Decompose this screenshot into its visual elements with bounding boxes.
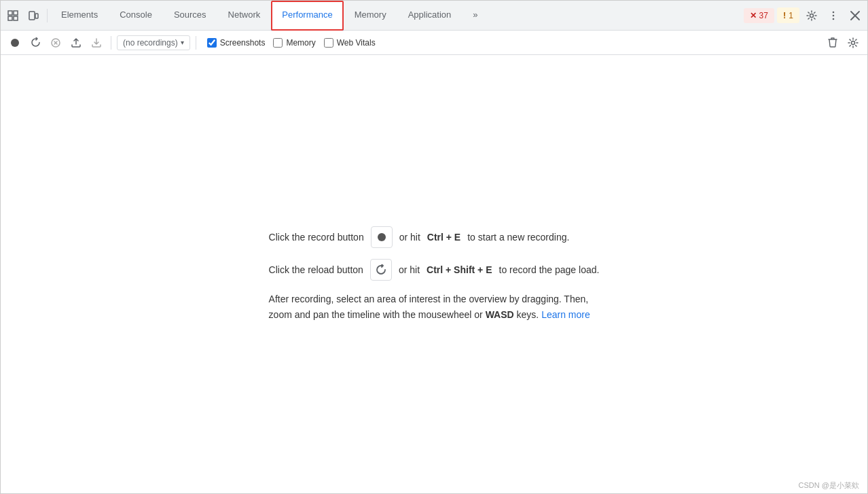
stop-button[interactable] — [47, 34, 65, 52]
tab-elements[interactable]: Elements — [50, 1, 109, 31]
toolbar-settings-button[interactable] — [844, 34, 862, 52]
warning-icon: ! — [783, 10, 786, 20]
record-shortcut: Ctrl + E — [427, 232, 460, 243]
trash-button[interactable] — [824, 34, 842, 52]
toolbar-options: Screenshots Memory Web Vitals — [207, 38, 376, 48]
more-icon[interactable] — [824, 6, 843, 25]
memory-checkbox[interactable] — [273, 38, 283, 48]
reload-instruction-row: Click the reload button or hit Ctrl + Sh… — [269, 259, 600, 281]
toolbar-separator-2 — [196, 36, 196, 50]
settings-icon[interactable] — [802, 6, 821, 25]
svg-rect-1 — [8, 16, 12, 20]
svg-point-15 — [378, 233, 386, 241]
warning-badge[interactable]: ! 1 — [777, 7, 799, 23]
screenshots-checkbox[interactable] — [207, 38, 217, 48]
dropdown-arrow-icon: ▾ — [181, 39, 184, 46]
tab-performance[interactable]: Performance — [271, 1, 343, 31]
record-text-or: or hit — [399, 232, 420, 243]
record-text-suffix: to start a new recording. — [467, 232, 569, 243]
after-recording-text: After recording, select an area of inter… — [269, 292, 600, 322]
svg-rect-3 — [14, 16, 18, 20]
record-text-prefix: Click the record button — [269, 232, 364, 243]
error-icon: ✕ — [750, 11, 757, 20]
svg-point-9 — [833, 18, 835, 20]
record-instruction-row: Click the record button or hit Ctrl + E … — [269, 226, 600, 248]
close-icon[interactable] — [846, 6, 865, 25]
svg-point-10 — [11, 39, 19, 47]
tab-console[interactable]: Console — [109, 1, 163, 31]
svg-point-7 — [833, 11, 835, 13]
memory-checkbox-label[interactable]: Memory — [273, 38, 315, 48]
tab-memory[interactable]: Memory — [344, 1, 397, 31]
recordings-dropdown[interactable]: (no recordings) ▾ — [117, 35, 190, 50]
svg-rect-0 — [8, 11, 12, 15]
instructions-container: Click the record button or hit Ctrl + E … — [269, 226, 600, 322]
reload-text-or: or hit — [399, 264, 420, 275]
toolbar-right-actions — [824, 34, 862, 52]
watermark: CSDN @是小菜欸 — [799, 480, 859, 491]
svg-point-8 — [833, 14, 835, 16]
download-button[interactable] — [88, 34, 105, 52]
svg-point-6 — [810, 14, 814, 17]
svg-rect-5 — [35, 14, 38, 18]
tab-application[interactable]: Application — [397, 1, 463, 31]
svg-rect-2 — [14, 11, 18, 15]
reload-text-suffix: to record the page load. — [499, 264, 600, 275]
record-button[interactable] — [6, 34, 24, 52]
svg-point-14 — [852, 41, 855, 44]
tab-bar: Elements Console Sources Network Perform… — [1, 1, 867, 31]
inspect-icon[interactable] — [3, 6, 22, 25]
tab-sources[interactable]: Sources — [163, 1, 217, 31]
screenshots-checkbox-label[interactable]: Screenshots — [207, 38, 266, 48]
tab-network[interactable]: Network — [217, 1, 272, 31]
main-content: Click the record button or hit Ctrl + E … — [1, 55, 867, 493]
tab-divider — [47, 9, 48, 22]
web-vitals-checkbox-label[interactable]: Web Vitals — [324, 38, 376, 48]
device-icon[interactable] — [24, 6, 43, 25]
error-badge[interactable]: ✕ 37 — [744, 8, 774, 23]
toolbar-separator-1 — [111, 36, 111, 50]
svg-rect-4 — [29, 12, 35, 20]
record-icon-circle — [371, 226, 393, 248]
upload-button[interactable] — [67, 34, 85, 52]
reload-text-prefix: Click the reload button — [269, 264, 363, 275]
performance-toolbar: (no recordings) ▾ Screenshots Memory Web… — [1, 31, 867, 55]
learn-more-link[interactable]: Learn more — [541, 309, 590, 320]
tab-bar-right: ✕ 37 ! 1 — [744, 6, 865, 25]
reload-button[interactable] — [26, 34, 44, 52]
tab-more[interactable]: » — [462, 1, 488, 31]
web-vitals-checkbox[interactable] — [324, 38, 333, 48]
reload-shortcut: Ctrl + Shift + E — [427, 264, 492, 275]
reload-icon-circle — [370, 259, 392, 281]
